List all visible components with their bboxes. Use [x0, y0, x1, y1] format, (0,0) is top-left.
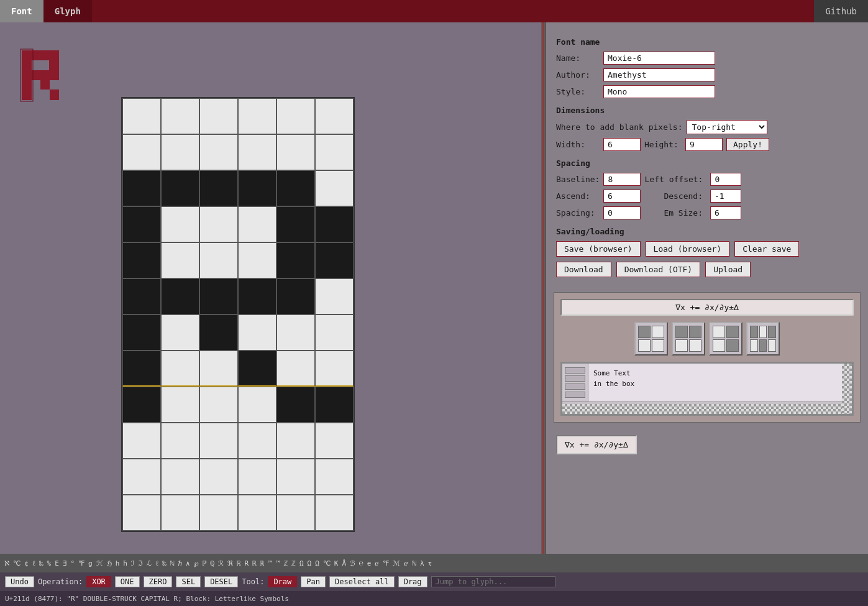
grid-cell[interactable]: [122, 423, 161, 459]
op-zero-button[interactable]: ZERO: [144, 576, 173, 587]
char-button[interactable]: Ω: [307, 559, 313, 567]
char-button[interactable]: ℐ: [130, 559, 135, 567]
grid-cell[interactable]: [238, 278, 276, 314]
char-button[interactable]: ℚ: [209, 559, 215, 567]
char-button[interactable]: ℮: [359, 559, 364, 567]
char-button[interactable]: ℛ: [217, 559, 224, 567]
grid-cell[interactable]: [161, 459, 199, 495]
char-button[interactable]: ℯ: [403, 559, 409, 567]
grid-cell[interactable]: [238, 495, 276, 531]
grid-cell[interactable]: [315, 387, 354, 423]
tab-font[interactable]: Font: [0, 0, 43, 22]
ascend-input[interactable]: [603, 190, 641, 203]
grid-cell[interactable]: [276, 278, 315, 314]
char-button[interactable]: ‰: [39, 559, 44, 567]
name-input[interactable]: [603, 52, 715, 65]
grid-cell[interactable]: [276, 423, 315, 459]
char-button[interactable]: ∃: [62, 559, 68, 567]
grid-cell[interactable]: [122, 459, 161, 495]
grid-cell[interactable]: [238, 459, 276, 495]
grid-cell[interactable]: [199, 278, 238, 314]
grid-cell[interactable]: [315, 423, 354, 459]
char-button[interactable]: K: [334, 559, 339, 567]
char-button[interactable]: ℏ: [177, 559, 183, 567]
descend-input[interactable]: [710, 190, 741, 203]
grid-cell[interactable]: [276, 459, 315, 495]
char-button[interactable]: ℉: [382, 559, 390, 567]
grid-cell[interactable]: [315, 495, 354, 531]
grid-cell[interactable]: [315, 134, 354, 170]
grid-cell[interactable]: [199, 134, 238, 170]
grid-cell[interactable]: [276, 351, 315, 387]
grid-cell[interactable]: [199, 387, 238, 423]
grid-cell[interactable]: [276, 206, 315, 242]
grid-cell[interactable]: [315, 98, 354, 134]
grid-cell[interactable]: [161, 206, 199, 242]
grid-cell[interactable]: [122, 351, 161, 387]
char-button[interactable]: °: [70, 559, 75, 567]
char-button[interactable]: λ: [419, 559, 425, 567]
grid-cell[interactable]: [161, 351, 199, 387]
char-button[interactable]: ℵ: [4, 559, 10, 567]
grid-cell[interactable]: [199, 314, 238, 351]
char-button[interactable]: ™: [267, 559, 273, 567]
grid-cell[interactable]: [122, 170, 161, 206]
grid-cell[interactable]: [315, 459, 354, 495]
clear-save-button[interactable]: Clear save: [734, 241, 799, 257]
grid-cell[interactable]: [238, 314, 276, 351]
grid-cell[interactable]: [276, 242, 315, 278]
baseline-input[interactable]: [603, 173, 641, 186]
grid-cell[interactable]: [276, 98, 315, 134]
char-button[interactable]: %: [47, 559, 52, 567]
tool-pan-button[interactable]: Pan: [301, 576, 326, 587]
grid-cell[interactable]: [276, 314, 315, 351]
char-button[interactable]: Ω: [299, 559, 304, 567]
char-button[interactable]: ℑ: [137, 559, 144, 567]
grid-cell[interactable]: [161, 387, 199, 423]
char-button[interactable]: ħ: [122, 559, 128, 567]
char-button[interactable]: ℃: [12, 559, 21, 567]
op-sel-button[interactable]: SEL: [176, 576, 201, 587]
grid-cell[interactable]: [161, 495, 199, 531]
char-button[interactable]: ℜ: [227, 559, 234, 567]
char-button[interactable]: Ω: [314, 559, 320, 567]
apply-button[interactable]: Apply!: [726, 138, 769, 151]
grid-cell[interactable]: [161, 242, 199, 278]
grid-cell[interactable]: [122, 278, 161, 314]
grid-cell[interactable]: [122, 98, 161, 134]
op-one-button[interactable]: ONE: [115, 576, 140, 587]
blank-pixels-select[interactable]: Top-right Top-left Bottom-right Bottom-l…: [687, 120, 767, 134]
author-input[interactable]: [603, 68, 715, 81]
grid-cell[interactable]: [238, 242, 276, 278]
char-button[interactable]: ℙ: [202, 559, 208, 567]
grid-cell[interactable]: [276, 134, 315, 170]
char-button[interactable]: ‰: [162, 559, 167, 567]
char-button[interactable]: τ: [427, 559, 433, 567]
op-desel-button[interactable]: DESEL: [204, 576, 238, 587]
grid-cell[interactable]: [315, 242, 354, 278]
char-button[interactable]: ℕ: [170, 559, 175, 567]
char-button[interactable]: ℳ: [392, 559, 401, 567]
grid-cell[interactable]: [238, 134, 276, 170]
grid-cell[interactable]: [122, 242, 161, 278]
grid-cell[interactable]: [276, 170, 315, 206]
char-button[interactable]: ℌ: [106, 559, 112, 567]
grid-cell[interactable]: [199, 98, 238, 134]
op-xor-button[interactable]: XOR: [86, 576, 111, 587]
char-button[interactable]: ¢: [24, 559, 29, 567]
char-button[interactable]: ℝ: [252, 559, 257, 567]
grid-cell[interactable]: [122, 206, 161, 242]
style-input[interactable]: [603, 85, 715, 98]
download-button[interactable]: Download: [556, 262, 611, 277]
char-button[interactable]: ℕ: [411, 559, 417, 567]
grid-cell[interactable]: [199, 459, 238, 495]
download-otf-button[interactable]: Download (OTF): [616, 262, 701, 277]
undo-button[interactable]: Undo: [5, 576, 34, 587]
left-offset-input[interactable]: [710, 173, 741, 186]
jump-to-glyph-input[interactable]: [431, 576, 555, 587]
grid-cell[interactable]: [161, 314, 199, 351]
grid-cell[interactable]: [199, 170, 238, 206]
pixel-grid-editor[interactable]: [121, 97, 355, 532]
char-button[interactable]: ℓ: [155, 559, 159, 567]
char-button[interactable]: ℤ: [283, 559, 289, 567]
